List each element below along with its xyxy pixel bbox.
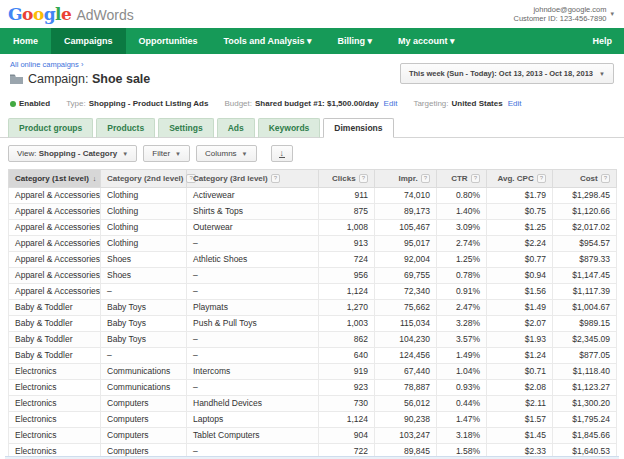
logo-letter: g [44, 4, 55, 24]
nav-item-home[interactable]: Home [0, 28, 51, 54]
view-value: Shopping - Category [39, 149, 118, 158]
nav-item-my-account[interactable]: My account ▾ [385, 28, 468, 54]
table-cell: $2.11 [487, 396, 553, 412]
tab-settings[interactable]: Settings [158, 118, 214, 138]
column-header-category-1st-level[interactable]: Category (1st level)↓ [9, 170, 101, 188]
help-icon[interactable]: ? [537, 174, 546, 183]
campaign-tabs: Product groupsProductsSettingsAdsKeyword… [0, 118, 624, 138]
targeting-edit-link[interactable]: Edit [508, 99, 522, 108]
table-header-row: Category (1st level)↓Category (2nd level… [9, 170, 617, 188]
campaign-status-row: Enabled Type: Shopping - Product Listing… [10, 99, 614, 108]
table-cell: Activewear [187, 188, 319, 204]
table-cell: $1.49 [487, 300, 553, 316]
table-cell: – [187, 284, 319, 300]
table-cell: 103,247 [375, 428, 437, 444]
nav-item-billing[interactable]: Billing ▾ [325, 28, 386, 54]
targeting-value: United States [452, 99, 503, 108]
help-icon[interactable]: ? [359, 174, 368, 183]
adwords-product-name: AdWords [76, 7, 133, 23]
table-cell: Clothing [101, 220, 187, 236]
table-cell: – [187, 348, 319, 364]
view-dropdown[interactable]: View: Shopping - Category ▼ [8, 145, 137, 162]
budget-edit-link[interactable]: Edit [384, 99, 398, 108]
column-header-label: Clicks [332, 174, 356, 183]
table-cell: 904 [319, 428, 375, 444]
table-cell: Clothing [101, 188, 187, 204]
column-header-clicks[interactable]: Clicks? [319, 170, 375, 188]
tab-product-groups[interactable]: Product groups [8, 118, 93, 138]
column-header-category-2nd-level[interactable]: Category (2nd level)? [101, 170, 187, 188]
column-header-ctr[interactable]: CTR? [437, 170, 487, 188]
table-cell: Communications [101, 380, 187, 396]
table-cell: 56,012 [375, 396, 437, 412]
table-cell: 911 [319, 188, 375, 204]
download-report-button[interactable]: ↓ [271, 145, 294, 162]
column-header-impr[interactable]: Impr.? [375, 170, 437, 188]
date-range-selector[interactable]: This week (Sun - Today): Oct 13, 2013 - … [400, 63, 614, 84]
targeting-label: Targeting: [413, 99, 448, 108]
column-header-category-3rd-level[interactable]: Category (3rd level)? [187, 170, 319, 188]
table-cell: 2.47% [437, 300, 487, 316]
view-label: View: [17, 149, 36, 158]
nav-item-opportunities[interactable]: Opportunities [126, 28, 211, 54]
help-icon[interactable]: ? [271, 174, 280, 183]
table-cell: Apparel & Accessories [9, 220, 101, 236]
table-cell: 0.91% [437, 284, 487, 300]
table-cell: 67,440 [375, 364, 437, 380]
table-cell: $1,123.27 [553, 380, 617, 396]
table-cell: 0.93% [437, 380, 487, 396]
table-cell: 90,238 [375, 412, 437, 428]
nav-item-campaigns[interactable]: Campaigns [51, 28, 126, 54]
nav-item-tools-and-analysis[interactable]: Tools and Analysis ▾ [211, 28, 325, 54]
table-cell: $879.33 [553, 252, 617, 268]
table-cell: 875 [319, 204, 375, 220]
table-cell: Baby Toys [101, 332, 187, 348]
table-cell: 1,124 [319, 412, 375, 428]
table-cell: Intercoms [187, 364, 319, 380]
tab-dimensions[interactable]: Dimensions [323, 118, 393, 138]
table-cell: 115,034 [375, 316, 437, 332]
columns-label: Columns [205, 149, 237, 158]
table-row: Apparel & Accessories––1,12472,3400.91%$… [9, 284, 617, 300]
table-row: ElectronicsCommunications–92378,8870.93%… [9, 380, 617, 396]
table-cell: $1,300.20 [553, 396, 617, 412]
table-cell: $1,117.39 [553, 284, 617, 300]
table-cell: Baby & Toddler [9, 348, 101, 364]
dimensions-report-table: Category (1st level)↓Category (2nd level… [8, 169, 617, 459]
tab-products[interactable]: Products [96, 118, 155, 138]
table-cell: $0.75 [487, 204, 553, 220]
table-cell: Clothing [101, 204, 187, 220]
tab-keywords[interactable]: Keywords [258, 118, 321, 138]
status-targeting: Targeting: United States Edit [413, 99, 521, 108]
tab-ads[interactable]: Ads [217, 118, 255, 138]
chevron-down-icon: ▼ [175, 151, 181, 157]
column-header-avg-cpc[interactable]: Avg. CPC? [487, 170, 553, 188]
type-label: Type: [66, 99, 86, 108]
columns-dropdown[interactable]: Columns ▼ [196, 145, 257, 162]
help-icon[interactable]: ? [471, 174, 480, 183]
column-header-cost[interactable]: Cost? [553, 170, 617, 188]
table-cell: Computers [101, 396, 187, 412]
breadcrumb-link-all-campaigns[interactable]: All online campaigns [10, 60, 79, 69]
table-cell: Laptops [187, 412, 319, 428]
table-cell: $1,147.45 [553, 268, 617, 284]
help-icon[interactable]: ? [421, 174, 430, 183]
table-row: Apparel & AccessoriesClothingOuterwear1,… [9, 220, 617, 236]
filter-label: Filter [152, 149, 170, 158]
table-row: Baby & ToddlerBaby ToysPush & Pull Toys1… [9, 316, 617, 332]
account-menu-caret-icon[interactable]: ▾ [610, 10, 614, 18]
nav-item-help[interactable]: Help [580, 28, 624, 54]
google-adwords-logo[interactable]: Google AdWords [8, 4, 134, 24]
column-header-label: Category (2nd level) [107, 174, 183, 183]
enabled-status-dot [10, 101, 16, 107]
help-icon[interactable]: ? [601, 174, 610, 183]
column-header-label: Impr. [399, 174, 418, 183]
table-cell: 1,003 [319, 316, 375, 332]
table-cell: Baby Toys [101, 300, 187, 316]
table-cell: $1.57 [487, 412, 553, 428]
table-row: Apparel & AccessoriesShoes–95669,7550.78… [9, 268, 617, 284]
filter-dropdown[interactable]: Filter ▼ [143, 145, 190, 162]
table-cell: 1.25% [437, 252, 487, 268]
table-cell: Outerwear [187, 220, 319, 236]
table-cell: $877.05 [553, 348, 617, 364]
